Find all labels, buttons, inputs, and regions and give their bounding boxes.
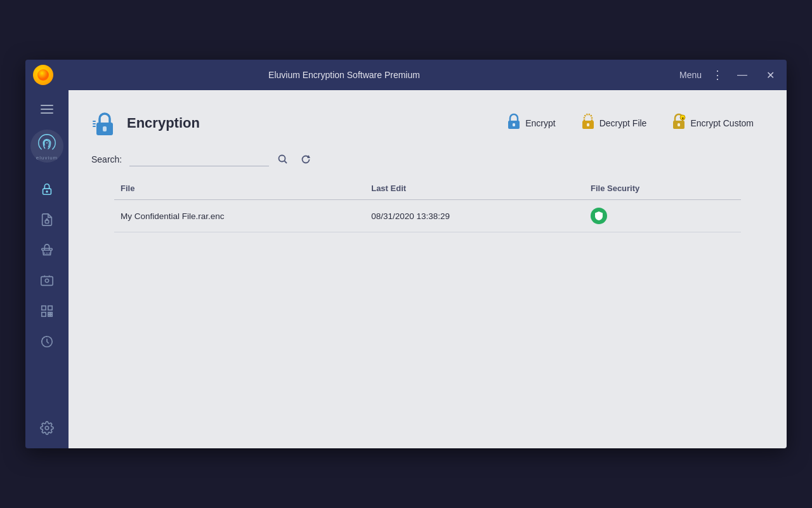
content-area: Encryption Encrypt — [69, 90, 787, 448]
page-title: Encryption — [127, 115, 200, 131]
app-logo — [33, 65, 53, 85]
refresh-button[interactable] — [297, 150, 315, 168]
main-layout: eluvium — [25, 90, 787, 448]
logo-area[interactable]: eluvium — [30, 130, 63, 163]
svg-point-21 — [45, 426, 49, 430]
col-header-file-security: File Security — [584, 178, 741, 200]
col-header-last-edit: Last Edit — [365, 178, 584, 200]
svg-rect-19 — [51, 315, 53, 317]
search-label: Search: — [91, 154, 122, 164]
page-header: Encryption Encrypt — [69, 90, 787, 150]
hamburger-button[interactable] — [25, 97, 69, 122]
sidebar-item-history[interactable] — [30, 328, 63, 356]
search-area: Search: — [69, 150, 787, 178]
page-title-icon — [91, 110, 118, 137]
title-bar-controls: Menu ⋮ — ✕ — [679, 66, 779, 84]
more-options-button[interactable]: ⋮ — [712, 68, 723, 82]
svg-rect-32 — [678, 123, 680, 126]
svg-rect-15 — [42, 312, 46, 316]
svg-point-12 — [45, 279, 49, 283]
decrypt-label: Decrypt File — [599, 118, 647, 128]
sidebar-item-file-lock[interactable] — [30, 206, 63, 234]
svg-point-5 — [46, 191, 48, 192]
decrypt-button[interactable]: Decrypt File — [571, 108, 657, 138]
encrypt-custom-lock-icon: ★ — [672, 113, 686, 133]
svg-rect-28 — [513, 123, 515, 126]
page-title-area: Encryption — [91, 110, 200, 137]
svg-rect-6 — [45, 220, 49, 224]
svg-point-35 — [279, 156, 285, 162]
encrypt-custom-label: Encrypt Custom — [690, 118, 754, 128]
app-window: Eluvium Encryption Software Premium Menu… — [25, 60, 787, 448]
title-bar-title: Eluvium Encryption Software Premium — [60, 70, 629, 80]
menu-button[interactable]: Menu — [679, 70, 702, 80]
cell-last-edit: 08/31/2020 13:38:29 — [365, 200, 584, 232]
encrypt-button[interactable]: Encrypt — [497, 108, 565, 138]
sidebar-item-qr[interactable] — [30, 297, 63, 325]
svg-rect-30 — [587, 123, 589, 126]
file-table: File Last Edit File Security My Confiden… — [114, 178, 741, 232]
search-icon-button[interactable] — [274, 150, 292, 168]
cell-security — [584, 200, 741, 232]
search-input[interactable] — [129, 153, 269, 166]
svg-rect-23 — [103, 126, 107, 131]
svg-point-0 — [37, 69, 49, 81]
svg-rect-14 — [48, 306, 52, 310]
sidebar-item-screenshot[interactable] — [30, 267, 63, 295]
sidebar-item-encryption[interactable] — [30, 175, 63, 203]
svg-rect-18 — [48, 315, 50, 317]
svg-rect-11 — [41, 277, 53, 286]
svg-rect-17 — [51, 312, 53, 314]
sidebar-item-settings[interactable] — [30, 414, 63, 442]
svg-rect-13 — [42, 306, 46, 310]
table-row: My Confidential File.rar.enc 08/31/2020 … — [114, 200, 741, 232]
title-bar: Eluvium Encryption Software Premium Menu… — [25, 60, 787, 90]
file-table-container: File Last Edit File Security My Confiden… — [69, 178, 787, 232]
encrypt-lock-icon — [507, 113, 521, 133]
security-shield-icon — [591, 208, 607, 224]
svg-rect-2 — [41, 109, 53, 110]
sidebar-item-shredder[interactable] — [30, 236, 63, 264]
action-buttons: Encrypt Decrypt File — [497, 108, 764, 138]
icon-bar: eluvium — [25, 90, 69, 448]
svg-rect-1 — [41, 105, 53, 106]
cell-file-name: My Confidential File.rar.enc — [114, 200, 365, 232]
svg-rect-7 — [42, 248, 53, 250]
svg-rect-16 — [48, 312, 50, 314]
encrypt-custom-button[interactable]: ★ Encrypt Custom — [662, 108, 764, 138]
close-button[interactable]: ✕ — [761, 66, 779, 84]
encrypt-label: Encrypt — [525, 118, 555, 128]
svg-line-36 — [285, 161, 287, 164]
decrypt-lock-icon — [581, 113, 595, 133]
logo-text: eluvium — [36, 155, 58, 161]
col-header-file: File — [114, 178, 365, 200]
svg-rect-3 — [41, 112, 53, 114]
minimize-button[interactable]: — — [733, 66, 751, 84]
